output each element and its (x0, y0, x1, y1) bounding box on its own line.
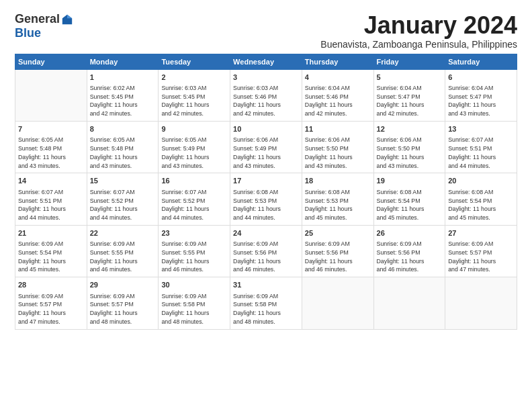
day-cell: 11Sunrise: 6:06 AM Sunset: 5:50 PM Dayli… (302, 121, 373, 173)
day-cell: 1Sunrise: 6:02 AM Sunset: 5:45 PM Daylig… (87, 69, 159, 121)
day-cell: 19Sunrise: 6:08 AM Sunset: 5:54 PM Dayli… (373, 173, 445, 225)
day-number: 3 (233, 73, 299, 83)
day-cell: 2Sunrise: 6:03 AM Sunset: 5:45 PM Daylig… (159, 69, 230, 121)
day-cell: 17Sunrise: 6:08 AM Sunset: 5:53 PM Dayli… (230, 173, 302, 225)
day-info: Sunrise: 6:07 AM Sunset: 5:52 PM Dayligh… (90, 188, 156, 222)
logo-icon (61, 13, 73, 26)
col-wednesday: Wednesday (230, 54, 302, 69)
day-info: Sunrise: 6:04 AM Sunset: 5:46 PM Dayligh… (305, 84, 371, 118)
logo-general: General (15, 12, 60, 26)
day-number: 5 (377, 73, 443, 83)
day-info: Sunrise: 6:02 AM Sunset: 5:45 PM Dayligh… (90, 84, 156, 118)
day-info: Sunrise: 6:06 AM Sunset: 5:50 PM Dayligh… (305, 136, 371, 170)
day-cell: 15Sunrise: 6:07 AM Sunset: 5:52 PM Dayli… (87, 173, 159, 225)
day-cell: 26Sunrise: 6:09 AM Sunset: 5:56 PM Dayli… (373, 225, 445, 277)
week-row-4: 21Sunrise: 6:09 AM Sunset: 5:54 PM Dayli… (15, 225, 517, 277)
day-cell (15, 69, 87, 121)
day-info: Sunrise: 6:05 AM Sunset: 5:48 PM Dayligh… (18, 136, 84, 170)
day-cell: 18Sunrise: 6:08 AM Sunset: 5:53 PM Dayli… (302, 173, 373, 225)
day-info: Sunrise: 6:07 AM Sunset: 5:51 PM Dayligh… (448, 136, 514, 170)
day-cell: 4Sunrise: 6:04 AM Sunset: 5:46 PM Daylig… (302, 69, 373, 121)
day-info: Sunrise: 6:07 AM Sunset: 5:52 PM Dayligh… (161, 188, 227, 222)
day-info: Sunrise: 6:08 AM Sunset: 5:53 PM Dayligh… (305, 188, 371, 222)
page: General Blue January 2024 Buenavista, Za… (0, 0, 532, 336)
day-info: Sunrise: 6:08 AM Sunset: 5:53 PM Dayligh… (233, 188, 299, 222)
day-cell: 8Sunrise: 6:05 AM Sunset: 5:48 PM Daylig… (87, 121, 159, 173)
day-number: 8 (90, 124, 156, 134)
day-cell: 20Sunrise: 6:08 AM Sunset: 5:54 PM Dayli… (445, 173, 517, 225)
calendar-table: Sunday Monday Tuesday Wednesday Thursday… (15, 54, 517, 330)
day-info: Sunrise: 6:04 AM Sunset: 5:47 PM Dayligh… (448, 84, 514, 118)
day-number: 29 (90, 280, 156, 290)
day-cell: 14Sunrise: 6:07 AM Sunset: 5:51 PM Dayli… (15, 173, 87, 225)
day-cell: 31Sunrise: 6:09 AM Sunset: 5:58 PM Dayli… (230, 277, 302, 329)
day-cell: 12Sunrise: 6:06 AM Sunset: 5:50 PM Dayli… (373, 121, 445, 173)
col-friday: Friday (373, 54, 445, 69)
day-info: Sunrise: 6:09 AM Sunset: 5:57 PM Dayligh… (18, 292, 84, 326)
day-info: Sunrise: 6:08 AM Sunset: 5:54 PM Dayligh… (377, 188, 443, 222)
day-info: Sunrise: 6:09 AM Sunset: 5:55 PM Dayligh… (90, 240, 156, 274)
day-info: Sunrise: 6:09 AM Sunset: 5:56 PM Dayligh… (305, 240, 371, 274)
day-cell: 16Sunrise: 6:07 AM Sunset: 5:52 PM Dayli… (159, 173, 230, 225)
header: General Blue January 2024 Buenavista, Za… (15, 12, 517, 50)
day-cell: 5Sunrise: 6:04 AM Sunset: 5:47 PM Daylig… (373, 69, 445, 121)
day-number: 24 (233, 228, 299, 238)
svg-marker-1 (67, 14, 72, 17)
day-number: 12 (377, 124, 443, 134)
header-row: Sunday Monday Tuesday Wednesday Thursday… (15, 54, 517, 69)
day-cell: 27Sunrise: 6:09 AM Sunset: 5:57 PM Dayli… (445, 225, 517, 277)
day-cell (373, 277, 445, 329)
day-number: 17 (233, 176, 299, 186)
col-thursday: Thursday (302, 54, 373, 69)
day-info: Sunrise: 6:09 AM Sunset: 5:55 PM Dayligh… (161, 240, 227, 274)
month-title: January 2024 (320, 12, 517, 39)
day-number: 14 (18, 176, 84, 186)
logo: General Blue (15, 12, 73, 40)
week-row-1: 1Sunrise: 6:02 AM Sunset: 5:45 PM Daylig… (15, 69, 517, 121)
col-monday: Monday (87, 54, 159, 69)
day-number: 9 (161, 124, 227, 134)
day-cell: 7Sunrise: 6:05 AM Sunset: 5:48 PM Daylig… (15, 121, 87, 173)
day-number: 25 (305, 228, 371, 238)
day-cell: 29Sunrise: 6:09 AM Sunset: 5:57 PM Dayli… (87, 277, 159, 329)
day-number: 27 (448, 228, 514, 238)
day-cell: 21Sunrise: 6:09 AM Sunset: 5:54 PM Dayli… (15, 225, 87, 277)
day-number: 15 (90, 176, 156, 186)
day-info: Sunrise: 6:05 AM Sunset: 5:49 PM Dayligh… (161, 136, 227, 170)
week-row-5: 28Sunrise: 6:09 AM Sunset: 5:57 PM Dayli… (15, 277, 517, 329)
day-number: 19 (377, 176, 443, 186)
day-cell: 22Sunrise: 6:09 AM Sunset: 5:55 PM Dayli… (87, 225, 159, 277)
day-info: Sunrise: 6:06 AM Sunset: 5:49 PM Dayligh… (233, 136, 299, 170)
day-cell: 13Sunrise: 6:07 AM Sunset: 5:51 PM Dayli… (445, 121, 517, 173)
day-cell: 3Sunrise: 6:03 AM Sunset: 5:46 PM Daylig… (230, 69, 302, 121)
day-info: Sunrise: 6:03 AM Sunset: 5:45 PM Dayligh… (161, 84, 227, 118)
day-info: Sunrise: 6:09 AM Sunset: 5:57 PM Dayligh… (90, 292, 156, 326)
day-number: 16 (161, 176, 227, 186)
day-info: Sunrise: 6:09 AM Sunset: 5:54 PM Dayligh… (18, 240, 84, 274)
day-cell: 9Sunrise: 6:05 AM Sunset: 5:49 PM Daylig… (159, 121, 230, 173)
day-cell: 28Sunrise: 6:09 AM Sunset: 5:57 PM Dayli… (15, 277, 87, 329)
day-number: 28 (18, 280, 84, 290)
day-cell: 10Sunrise: 6:06 AM Sunset: 5:49 PM Dayli… (230, 121, 302, 173)
col-tuesday: Tuesday (159, 54, 230, 69)
day-number: 10 (233, 124, 299, 134)
day-number: 23 (161, 228, 227, 238)
day-number: 18 (305, 176, 371, 186)
day-number: 1 (90, 73, 156, 83)
day-info: Sunrise: 6:09 AM Sunset: 5:58 PM Dayligh… (233, 292, 299, 326)
day-cell (302, 277, 373, 329)
day-info: Sunrise: 6:08 AM Sunset: 5:54 PM Dayligh… (448, 188, 514, 222)
day-number: 31 (233, 280, 299, 290)
day-number: 22 (90, 228, 156, 238)
day-cell: 6Sunrise: 6:04 AM Sunset: 5:47 PM Daylig… (445, 69, 517, 121)
day-info: Sunrise: 6:09 AM Sunset: 5:58 PM Dayligh… (161, 292, 227, 326)
week-row-3: 14Sunrise: 6:07 AM Sunset: 5:51 PM Dayli… (15, 173, 517, 225)
day-cell (445, 277, 517, 329)
day-cell: 30Sunrise: 6:09 AM Sunset: 5:58 PM Dayli… (159, 277, 230, 329)
day-cell: 25Sunrise: 6:09 AM Sunset: 5:56 PM Dayli… (302, 225, 373, 277)
day-number: 26 (377, 228, 443, 238)
title-block: January 2024 Buenavista, Zamboanga Penin… (320, 12, 517, 50)
day-info: Sunrise: 6:09 AM Sunset: 5:56 PM Dayligh… (233, 240, 299, 274)
logo-blue: Blue (15, 26, 41, 40)
day-info: Sunrise: 6:07 AM Sunset: 5:51 PM Dayligh… (18, 188, 84, 222)
